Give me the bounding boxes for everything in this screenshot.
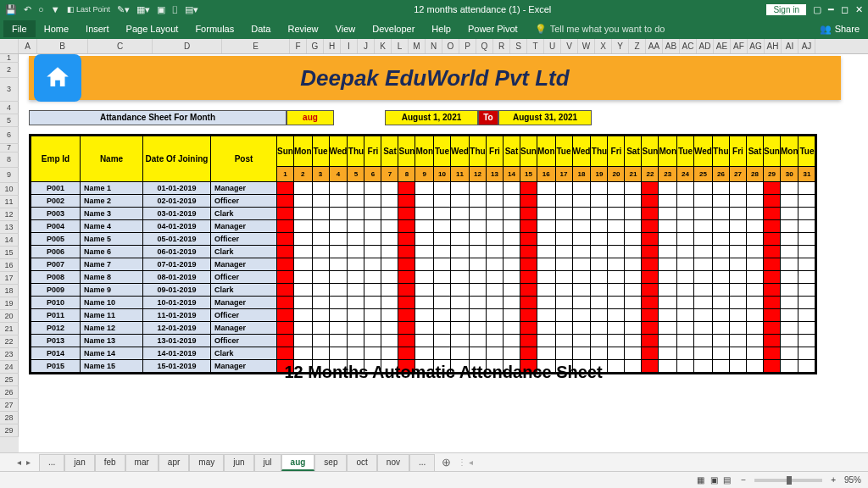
col-header-B[interactable]: B <box>37 39 88 53</box>
cell-day-12[interactable] <box>469 195 486 208</box>
cell-emp[interactable]: P013 <box>31 335 81 347</box>
cell-day-2[interactable] <box>294 284 313 297</box>
cell-day-25[interactable] <box>694 335 713 347</box>
cell-day-14[interactable] <box>503 309 520 322</box>
cell-doj[interactable]: 09-01-2019 <box>143 284 211 297</box>
filter-icon[interactable]: ▼ <box>51 4 60 14</box>
cell-day-30[interactable] <box>780 208 798 220</box>
cell-day-14[interactable] <box>503 297 520 309</box>
cell-day-30[interactable] <box>780 233 798 246</box>
col-header-T[interactable]: T <box>527 39 544 53</box>
cell-day-6[interactable] <box>364 335 381 347</box>
page-layout-view-icon[interactable]: ▣ <box>710 475 718 485</box>
cell-day-4[interactable] <box>329 335 348 347</box>
format-painter-icon[interactable]: ✎▾ <box>117 4 130 15</box>
cell-day-1[interactable] <box>277 271 294 284</box>
col-header-H[interactable]: H <box>324 39 341 53</box>
row-header-13[interactable]: 13 <box>0 221 19 234</box>
cell-day-25[interactable] <box>694 309 713 322</box>
cell-day-20[interactable] <box>608 347 625 360</box>
cell-day-24[interactable] <box>677 195 694 208</box>
cell-day-21[interactable] <box>625 309 642 322</box>
cell-day-28[interactable] <box>746 182 763 195</box>
cell-post[interactable]: Manager <box>211 322 277 335</box>
cell-day-6[interactable] <box>364 284 381 297</box>
col-header-G[interactable]: G <box>307 39 324 53</box>
cell-emp[interactable]: P008 <box>31 271 81 284</box>
cell-day-12[interactable] <box>469 297 486 309</box>
cell-doj[interactable]: 13-01-2019 <box>143 335 211 347</box>
cell-day-10[interactable] <box>434 220 451 233</box>
cell-day-8[interactable] <box>398 322 415 335</box>
cell-day-3[interactable] <box>312 335 329 347</box>
cell-day-6[interactable] <box>364 208 381 220</box>
cell-day-24[interactable] <box>677 220 694 233</box>
cell-day-29[interactable] <box>763 271 780 284</box>
cell-doj[interactable]: 10-01-2019 <box>143 297 211 309</box>
row-header-14[interactable]: 14 <box>0 234 19 247</box>
col-header-AJ[interactable]: AJ <box>798 39 815 53</box>
cell-day-27[interactable] <box>729 195 746 208</box>
cell-day-15[interactable] <box>520 284 537 297</box>
cell-day-27[interactable] <box>729 284 746 297</box>
cell-day-19[interactable] <box>591 182 608 195</box>
cell-day-21[interactable] <box>625 297 642 309</box>
cell-day-5[interactable] <box>348 347 364 360</box>
cell-day-3[interactable] <box>312 322 329 335</box>
col-header-S[interactable]: S <box>510 39 527 53</box>
cell-day-1[interactable] <box>277 182 294 195</box>
cell-day-26[interactable] <box>712 309 729 322</box>
cell-day-17[interactable] <box>555 347 572 360</box>
cell-day-15[interactable] <box>520 335 537 347</box>
cell-day-3[interactable] <box>312 297 329 309</box>
cell-day-18[interactable] <box>572 233 591 246</box>
ribbon-tab-view[interactable]: View <box>327 20 364 37</box>
cell-day-18[interactable] <box>572 335 591 347</box>
cell-post[interactable]: Manager <box>211 220 277 233</box>
cell-day-31[interactable] <box>798 297 815 309</box>
sheet-tab-apr[interactable]: apr <box>159 454 189 471</box>
cell-day-13[interactable] <box>486 335 503 347</box>
cell-day-30[interactable] <box>780 322 798 335</box>
cell-name[interactable]: Name 11 <box>81 309 143 322</box>
cell-day-19[interactable] <box>591 208 608 220</box>
cell-day-25[interactable] <box>694 347 713 360</box>
col-header-Y[interactable]: Y <box>612 39 629 53</box>
sheet-tab-sep[interactable]: sep <box>314 454 347 471</box>
cell-day-9[interactable] <box>415 195 434 208</box>
cell-day-22[interactable] <box>642 309 659 322</box>
cell-day-17[interactable] <box>555 297 572 309</box>
share-button[interactable]: 👥 Share <box>820 24 860 35</box>
cell-day-28[interactable] <box>746 271 763 284</box>
cell-doj[interactable]: 11-01-2019 <box>143 309 211 322</box>
table-row[interactable]: P005Name 505-01-2019Officer <box>31 233 815 246</box>
cell-day-17[interactable] <box>555 220 572 233</box>
cell-day-29[interactable] <box>763 322 780 335</box>
cell-day-2[interactable] <box>294 246 313 258</box>
cell-day-17[interactable] <box>555 246 572 258</box>
cell-day-23[interactable] <box>659 233 677 246</box>
cell-day-7[interactable] <box>381 246 398 258</box>
cell-day-11[interactable] <box>451 208 470 220</box>
col-header-Z[interactable]: Z <box>629 39 646 53</box>
cell-day-3[interactable] <box>312 233 329 246</box>
cell-day-28[interactable] <box>746 208 763 220</box>
cell-day-1[interactable] <box>277 220 294 233</box>
row-header-22[interactable]: 22 <box>0 336 19 348</box>
cell-day-21[interactable] <box>625 322 642 335</box>
col-header-I[interactable]: I <box>341 39 358 53</box>
cell-day-10[interactable] <box>434 182 451 195</box>
cell-day-8[interactable] <box>398 182 415 195</box>
cell-day-2[interactable] <box>294 271 313 284</box>
cell-day-31[interactable] <box>798 271 815 284</box>
cell-day-11[interactable] <box>451 297 470 309</box>
cell-day-31[interactable] <box>798 233 815 246</box>
cell-day-29[interactable] <box>763 284 780 297</box>
cell-day-26[interactable] <box>712 347 729 360</box>
cell-day-24[interactable] <box>677 233 694 246</box>
cell-day-29[interactable] <box>763 195 780 208</box>
cell-day-19[interactable] <box>591 195 608 208</box>
cell-day-19[interactable] <box>591 220 608 233</box>
cell-day-14[interactable] <box>503 233 520 246</box>
cell-day-7[interactable] <box>381 335 398 347</box>
